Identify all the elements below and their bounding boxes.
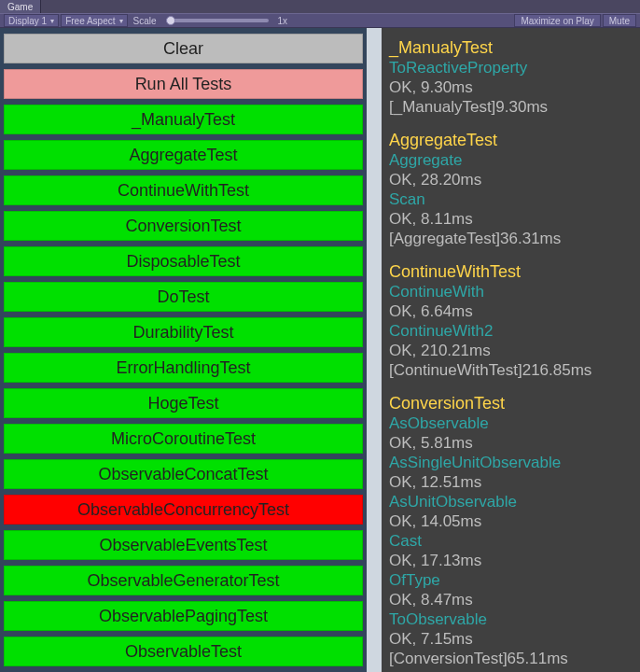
maximize-on-play-label: Maximize on Play [521, 16, 593, 26]
test-button-label: _ManualyTest [132, 110, 235, 130]
test-button[interactable]: HogeTest [4, 388, 363, 418]
test-button[interactable]: ErrorHandlingTest [4, 353, 363, 383]
log-case-name: OfType [389, 570, 633, 590]
log-case-name: ToReactiveProperty [389, 58, 633, 77]
log-case-result: OK, 5.81ms [389, 433, 633, 453]
test-button-label: ObservableConcatTest [98, 465, 268, 484]
log-case-result: OK, 14.05ms [389, 511, 633, 531]
log-suite-summary: [_ManualyTest]9.30ms [389, 97, 633, 117]
log-suite: ContinueWithTestContinueWithOK, 6.64msCo… [389, 261, 633, 380]
log-case-name: AsUnitObservable [389, 492, 633, 511]
log-suite: AggregateTestAggregateOK, 28.20msScanOK,… [389, 130, 633, 248]
test-button[interactable]: _ManualyTest [4, 105, 363, 134]
test-button[interactable]: ObservableGeneratorTest [4, 566, 363, 595]
game-view: Clear Run All Tests _ManualyTestAggregat… [0, 28, 640, 672]
aspect-dropdown-label: Free Aspect [65, 16, 115, 26]
log-case-result: OK, 7.15ms [389, 629, 633, 649]
test-button-label: DisposableTest [126, 252, 240, 272]
test-button-label: ObservablePagingTest [99, 607, 268, 626]
game-toolbar: Display 1 Free Aspect Scale 1x Maximize … [0, 13, 640, 28]
test-button[interactable]: ObservableConcurrencyTest [4, 495, 363, 525]
test-button[interactable]: ContinueWithTest [4, 175, 363, 205]
test-button-label: ObservableTest [125, 642, 242, 662]
log-suite-name: _ManualyTest [389, 37, 633, 58]
log-case-name: ContinueWith2 [389, 321, 633, 341]
log-suite: _ManualyTestToReactivePropertyOK, 9.30ms… [389, 37, 633, 117]
log-case-result: OK, 6.64ms [389, 301, 633, 321]
clear-button[interactable]: Clear [4, 34, 363, 63]
aspect-dropdown[interactable]: Free Aspect [61, 14, 127, 27]
test-button-label: ObservableGeneratorTest [87, 571, 279, 591]
display-dropdown[interactable]: Display 1 [4, 14, 59, 27]
mute-audio-label: Mute [609, 16, 630, 26]
test-button-label: DoTest [157, 287, 209, 307]
log-case-result: OK, 17.13ms [389, 551, 633, 570]
log-case-name: AsObservable [389, 413, 633, 433]
log-suite-summary: [ContinueWithTest]216.85ms [389, 360, 633, 380]
test-button-label: ContinueWithTest [118, 181, 249, 201]
display-dropdown-label: Display 1 [8, 16, 47, 26]
test-button[interactable]: ObservableTest [4, 637, 363, 666]
test-button[interactable]: AggregateTest [4, 140, 363, 170]
log-suite-name: ContinueWithTest [389, 261, 633, 282]
log-suite-summary: [ConversionTest]65.11ms [389, 649, 633, 668]
log-suite-name: ConversionTest [389, 393, 633, 413]
test-button[interactable]: DurabilityTest [4, 317, 363, 347]
log-case-name: ContinueWith [389, 282, 633, 301]
log-case-name: AsSingleUnitObservable [389, 453, 633, 472]
scale-value: 1x [274, 16, 292, 26]
scale-slider[interactable] [166, 19, 269, 22]
test-button[interactable]: DoTest [4, 282, 363, 312]
log-case-result: OK, 9.30ms [389, 77, 633, 97]
log-case-result: OK, 28.20ms [389, 170, 633, 189]
run-all-button-label: Run All Tests [135, 75, 232, 94]
test-button[interactable]: MicroCoroutineTest [4, 424, 363, 454]
test-button[interactable]: ObservableConcatTest [4, 459, 363, 489]
log-case-result: OK, 8.11ms [389, 209, 633, 229]
test-button-label: ConversionTest [125, 217, 241, 236]
log-case-name: Aggregate [389, 150, 633, 170]
test-button[interactable]: DisposableTest [4, 246, 363, 276]
clear-button-label: Clear [163, 39, 203, 59]
test-button[interactable]: ConversionTest [4, 211, 363, 241]
log-suite-name: AggregateTest [389, 130, 633, 150]
log-suite-summary: [AggregateTest]36.31ms [389, 229, 633, 248]
test-button[interactable]: ObservableEventsTest [4, 530, 363, 560]
test-button-label: HogeTest [147, 394, 218, 413]
test-button-label: DurabilityTest [132, 323, 233, 343]
test-button-label: ObservableEventsTest [99, 536, 267, 555]
run-all-button[interactable]: Run All Tests [4, 69, 363, 99]
log-case-name: Cast [389, 531, 633, 551]
test-log-panel: _ManualyTestToReactivePropertyOK, 9.30ms… [382, 28, 640, 672]
panel-divider [367, 28, 382, 672]
log-suite: ConversionTestAsObservableOK, 5.81msAsSi… [389, 393, 633, 668]
test-button-label: ErrorHandlingTest [116, 358, 250, 378]
test-button[interactable]: ObservablePagingTest [4, 601, 363, 631]
log-case-result: OK, 8.47ms [389, 590, 633, 609]
window-tabstrip: Game [0, 0, 640, 13]
log-case-result: OK, 210.21ms [389, 341, 633, 360]
log-case-result: OK, 12.51ms [389, 472, 633, 492]
tab-game-label: Game [7, 2, 33, 12]
test-button-label: MicroCoroutineTest [111, 429, 256, 449]
log-case-name: Scan [389, 189, 633, 209]
mute-audio-toggle[interactable]: Mute [603, 14, 636, 27]
maximize-on-play-toggle[interactable]: Maximize on Play [514, 14, 600, 27]
scale-slider-thumb[interactable] [166, 16, 175, 25]
test-button-label: AggregateTest [129, 146, 237, 165]
test-list-panel: Clear Run All Tests _ManualyTestAggregat… [0, 28, 367, 672]
tab-game[interactable]: Game [0, 0, 41, 13]
test-button-label: ObservableConcurrencyTest [77, 500, 289, 520]
scale-label: Scale [130, 16, 160, 26]
log-case-name: ToObservable [389, 609, 633, 629]
